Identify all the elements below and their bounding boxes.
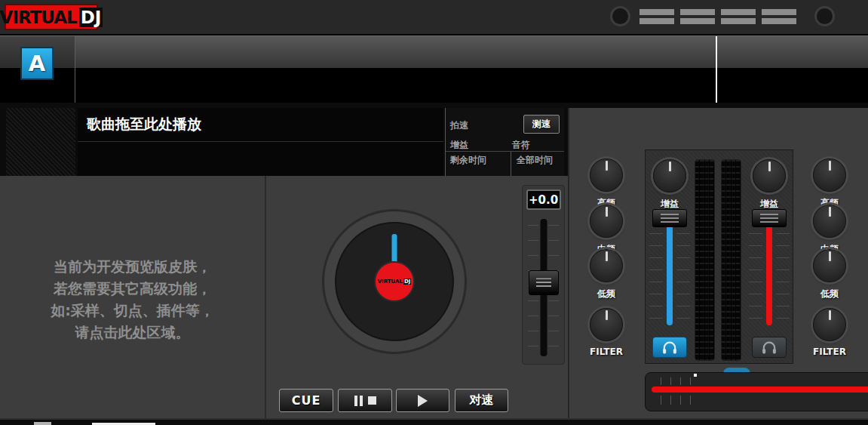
eq-mid-knob-a[interactable] — [590, 205, 623, 238]
notice-line-4: 请点击此处区域。 — [0, 322, 265, 343]
gain-unit-a: 增益 — [647, 159, 692, 211]
info-col-divider — [511, 152, 511, 176]
track-title-panel[interactable]: 歌曲拖至此处播放 — [78, 108, 443, 176]
volume-ticks-b-right — [776, 233, 790, 325]
cue-button[interactable]: CUE — [279, 389, 333, 412]
gain-unit-b: 增益 — [747, 159, 792, 211]
volume-fader-a-track — [667, 226, 673, 325]
gain-knob-a[interactable] — [653, 159, 686, 192]
jog-brand-dj: DJ — [403, 279, 411, 285]
crossfader-tick — [680, 377, 681, 385]
browser-bar-partial — [0, 418, 868, 425]
filter-unit-b: FILTER — [807, 308, 852, 357]
headphone-cue-b-button[interactable] — [752, 337, 787, 358]
vu-meter-b — [721, 159, 741, 361]
eq-mid-unit-b: 中频 — [807, 205, 852, 256]
circle-button-left-icon[interactable] — [610, 6, 630, 26]
headphone-icon — [760, 340, 778, 354]
measure-bpm-button[interactable]: 测速 — [523, 115, 560, 134]
crossfader-tick — [661, 396, 661, 405]
virtualdj-window: VIRTUAL DJ A — [0, 0, 868, 425]
crossfader-tick — [690, 377, 691, 385]
eq-high-unit-a: 高频 — [584, 159, 629, 210]
pitch-fader-handle[interactable] — [529, 270, 559, 295]
filter-label-b: FILTER — [807, 346, 852, 357]
eq-high-knob-a[interactable] — [590, 159, 623, 192]
deck-tab-zone: A — [0, 36, 75, 103]
waveform-strip[interactable]: A — [0, 35, 868, 103]
crossfader-tick — [670, 377, 671, 385]
app-logo: VIRTUAL DJ — [5, 4, 98, 30]
top-bar: VIRTUAL DJ — [0, 0, 868, 35]
notice-line-2: 若您需要其它高级功能， — [0, 278, 265, 300]
mixer-panel: 增益 增益 — [645, 149, 793, 364]
crossfader-tick — [670, 396, 671, 405]
track-title: 歌曲拖至此处播放 — [87, 115, 201, 134]
eq-high-unit-b: 高频 — [807, 159, 852, 210]
jog-brand-virtual: VIRTUAL — [378, 279, 403, 285]
eq-mid-knob-b[interactable] — [813, 205, 846, 238]
gain-knob-b[interactable] — [753, 159, 786, 192]
eq-low-knob-a[interactable] — [590, 249, 623, 282]
logo-dj-text: DJ — [79, 8, 103, 27]
bar-icon — [639, 18, 674, 24]
volume-fader-b-handle[interactable] — [752, 209, 787, 227]
skin-notice-text: 当前为开发预览版皮肤， 若您需要其它高级功能， 如:采样、切点、插件等， 请点击… — [0, 176, 265, 343]
notice-line-1: 当前为开发预览版皮肤， — [0, 256, 265, 278]
eq-low-unit-a: 低频 — [584, 249, 629, 300]
eq-low-knob-b[interactable] — [813, 249, 846, 282]
crossfader-panel[interactable] — [645, 372, 868, 411]
bar-icon — [680, 9, 715, 15]
waveform-playhead — [716, 36, 717, 103]
bar-icon — [762, 9, 796, 15]
total-time-label: 全部时间 — [517, 154, 553, 167]
deck-a-button[interactable]: A — [20, 47, 54, 80]
circle-button-right-icon[interactable] — [814, 6, 835, 26]
volume-fader-a-handle[interactable] — [652, 209, 687, 227]
folder-icon-partial — [34, 422, 51, 425]
eq-low-unit-b: 低频 — [807, 249, 852, 300]
headphone-icon — [661, 340, 679, 354]
filter-label-a: FILTER — [584, 346, 629, 357]
crossfader-tick — [690, 396, 691, 405]
filter-knob-a[interactable] — [590, 308, 623, 341]
headphone-cue-a-button[interactable] — [652, 337, 687, 358]
key-label: 音符 — [512, 139, 530, 152]
play-icon — [418, 395, 428, 407]
main-area: 歌曲拖至此处播放 拍速 测速 增益 音符 剩余时间 全部时间 当前为开发预览版皮… — [0, 103, 868, 418]
track-info-bar: 歌曲拖至此处播放 拍速 测速 增益 音符 剩余时间 全部时间 — [0, 108, 568, 176]
crossfader-track[interactable] — [652, 387, 868, 393]
eq-mid-unit-a: 中频 — [584, 205, 629, 256]
vu-meter-a — [695, 159, 715, 361]
menu-bars-button-4[interactable] — [762, 9, 796, 24]
track-stats-panel: 拍速 测速 增益 音符 剩余时间 全部时间 — [445, 108, 564, 176]
menu-bars-button-1[interactable] — [639, 9, 674, 24]
play-button[interactable] — [396, 389, 449, 412]
filter-knob-b[interactable] — [813, 308, 846, 341]
mixer-section: 高频 中频 低频 FILTER 高频 中频 — [568, 108, 868, 418]
sync-button[interactable]: 对速 — [455, 389, 508, 412]
pause-button[interactable] — [338, 389, 392, 412]
top-controls — [610, 6, 835, 26]
notice-line-3: 如:采样、切点、插件等， — [0, 300, 265, 322]
bar-icon — [721, 9, 756, 15]
crossfader-tick — [680, 396, 681, 405]
menu-bars-button-3[interactable] — [721, 9, 756, 24]
eq-high-knob-b[interactable] — [813, 159, 846, 192]
filter-unit-a: FILTER — [584, 308, 629, 357]
bar-icon — [639, 9, 674, 15]
pause-stop-icon — [354, 396, 376, 406]
jog-wheel[interactable]: VIRTUAL DJ — [322, 209, 467, 354]
volume-ticks-a-left — [649, 233, 663, 325]
gain-label: 增益 — [450, 139, 468, 152]
pitch-value-display: +0.0 — [526, 189, 561, 210]
deck-a-section: 歌曲拖至此处播放 拍速 测速 增益 音符 剩余时间 全部时间 当前为开发预览版皮… — [0, 108, 568, 418]
menu-bars-button-2[interactable] — [680, 9, 715, 24]
bpm-label: 拍速 — [450, 119, 468, 132]
skin-notice-panel[interactable]: 当前为开发预览版皮肤， 若您需要其它高级功能， 如:采样、切点、插件等， 请点击… — [0, 176, 266, 418]
pause-bar — [354, 396, 357, 406]
logo-virtual-text: VIRTUAL — [0, 8, 77, 27]
remain-time-label: 剩余时间 — [450, 154, 486, 167]
stop-square — [368, 396, 376, 405]
album-art-placeholder[interactable] — [6, 108, 75, 176]
